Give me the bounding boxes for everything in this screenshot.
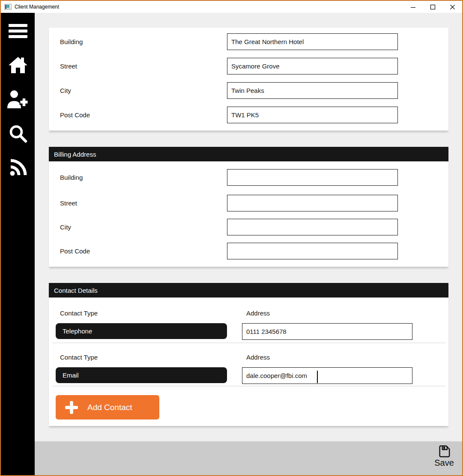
sidebar-item-add-client[interactable] <box>1 87 35 112</box>
save-label: Save <box>434 458 454 468</box>
row-divider <box>52 386 445 387</box>
add-client-icon <box>6 89 30 109</box>
postcode-input[interactable] <box>227 107 398 123</box>
building-label: Building <box>60 33 83 50</box>
billing-street-input[interactable] <box>227 195 398 211</box>
contact-address-input[interactable] <box>242 323 412 340</box>
maximize-icon <box>430 4 436 10</box>
add-contact-label: Add Contact <box>87 403 132 412</box>
billing-address-header: Billing Address <box>49 147 448 161</box>
window-title: Client Management <box>15 4 59 10</box>
contact-type-label: Contact Type <box>60 354 98 361</box>
titlebar: Client Management <box>1 1 462 13</box>
plus-icon <box>65 401 78 414</box>
sidebar-item-search[interactable] <box>1 121 35 146</box>
city-input[interactable] <box>227 82 398 99</box>
billing-postcode-label: Post Code <box>60 243 90 259</box>
building-input[interactable] <box>227 33 398 50</box>
save-button[interactable]: Save <box>431 444 457 473</box>
home-icon <box>8 56 28 74</box>
billing-address-panel: Billing Address Building Street City Pos… <box>49 147 448 267</box>
main-content: Building Street City Post Code Billing A… <box>35 13 462 475</box>
add-contact-button[interactable]: Add Contact <box>56 395 159 419</box>
street-input[interactable] <box>227 58 398 74</box>
billing-street-label: Street <box>60 195 77 211</box>
contact-type-label: Contact Type <box>60 309 98 317</box>
minimize-icon <box>410 4 416 10</box>
contact-address-label: Address <box>246 354 270 361</box>
text-cursor <box>317 371 318 383</box>
window-controls <box>403 1 462 13</box>
maximize-button[interactable] <box>423 1 442 13</box>
billing-building-label: Building <box>60 169 83 186</box>
save-icon <box>438 444 451 458</box>
address-panel: Building Street City Post Code <box>49 28 448 131</box>
contact-details-panel: Contact Details Contact Type Address Tel… <box>49 283 448 426</box>
app-icon <box>4 4 12 10</box>
close-button[interactable] <box>442 1 462 13</box>
sidebar <box>1 13 35 475</box>
footer-bar: Save <box>35 441 462 475</box>
billing-city-input[interactable] <box>227 219 398 235</box>
sidebar-item-home[interactable] <box>1 52 35 77</box>
postcode-label: Post Code <box>60 107 90 123</box>
minimize-button[interactable] <box>403 1 423 13</box>
billing-building-input[interactable] <box>227 169 398 186</box>
contact-address-input[interactable] <box>242 367 412 384</box>
billing-city-label: City <box>60 219 71 235</box>
contact-details-header: Contact Details <box>49 283 448 298</box>
street-label: Street <box>60 58 77 74</box>
city-label: City <box>60 82 71 99</box>
sidebar-item-menu[interactable] <box>1 18 35 43</box>
search-icon <box>8 124 28 143</box>
app-window: Client Management <box>0 0 463 476</box>
menu-icon <box>9 24 27 38</box>
row-divider <box>52 342 445 343</box>
contact-address-label: Address <box>246 309 270 317</box>
feed-icon <box>9 159 27 177</box>
contact-type-dropdown[interactable]: Email <box>56 367 227 383</box>
sidebar-item-feed[interactable] <box>1 155 35 180</box>
billing-postcode-input[interactable] <box>227 243 398 259</box>
contact-type-dropdown[interactable]: Telephone <box>56 323 227 339</box>
close-icon <box>450 4 455 10</box>
